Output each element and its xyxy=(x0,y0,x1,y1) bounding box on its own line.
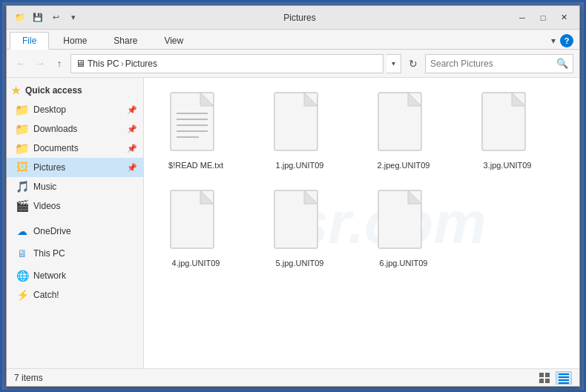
folder-desktop-icon: 📁 xyxy=(16,103,29,116)
undo-icon: ↩ xyxy=(48,10,63,25)
ribbon-tabs: File Home Share View ▾ ? xyxy=(7,30,579,49)
svg-rect-24 xyxy=(559,376,569,378)
window-title: Pictures xyxy=(87,13,513,23)
file-icon-4jpg xyxy=(169,189,223,254)
sidebar-item-thispc[interactable]: 🖥 This PC xyxy=(7,244,143,263)
refresh-button[interactable]: ↻ xyxy=(404,54,422,73)
file-item-6jpg[interactable]: 6.jpg.UNIT09 xyxy=(359,183,448,273)
file-area: isr.com $!R xyxy=(144,78,579,368)
folder-downloads-icon: 📁 xyxy=(16,122,29,136)
file-item-3jpg[interactable]: 3.jpg.UNIT09 xyxy=(463,85,552,176)
details-view-button[interactable] xyxy=(556,371,572,385)
file-name-6jpg: 6.jpg.UNIT09 xyxy=(380,259,428,268)
sidebar-item-network[interactable]: 🌐 Network xyxy=(7,266,143,285)
file-item-4jpg[interactable]: 4.jpg.UNIT09 xyxy=(151,183,240,273)
status-bar: 7 items xyxy=(7,368,579,386)
search-box[interactable]: 🔍 xyxy=(425,54,573,73)
large-icon-view-button[interactable] xyxy=(536,371,553,385)
sidebar-item-videos[interactable]: 🎬 Videos xyxy=(7,196,143,216)
file-icon-1jpg xyxy=(273,91,326,156)
svg-rect-23 xyxy=(559,373,569,375)
sidebar-section-quick-access: ★ Quick access xyxy=(7,81,143,100)
up-button[interactable]: ↑ xyxy=(51,56,68,72)
folder-icon: 📁 xyxy=(13,10,27,25)
ribbon: File Home Share View ▾ ? xyxy=(7,30,579,50)
file-icon-6jpg xyxy=(377,189,430,254)
path-segment-pictures[interactable]: Pictures xyxy=(125,59,157,69)
file-item-1jpg[interactable]: 1.jpg.UNIT09 xyxy=(255,85,344,176)
sidebar: ★ Quick access 📁 Desktop 📌 📁 Downloads 📌 xyxy=(7,78,144,368)
tab-view[interactable]: View xyxy=(151,32,196,49)
tab-file[interactable]: File xyxy=(10,32,49,50)
item-count: 7 items xyxy=(14,373,43,383)
folder-videos-icon: 🎬 xyxy=(16,199,29,213)
path-sep: › xyxy=(121,59,124,69)
file-icon-3jpg xyxy=(481,91,534,156)
sidebar-item-desktop[interactable]: 📁 Desktop 📌 xyxy=(7,100,143,119)
search-input[interactable] xyxy=(430,59,553,69)
back-button[interactable]: ← xyxy=(13,56,29,72)
maximize-button[interactable]: □ xyxy=(533,10,553,25)
file-icon-2jpeg xyxy=(377,91,430,156)
view-controls xyxy=(536,371,572,385)
svg-rect-20 xyxy=(545,373,550,377)
file-name-5jpg: 5.jpg.UNIT09 xyxy=(276,259,324,268)
file-item-5jpg[interactable]: 5.jpg.UNIT09 xyxy=(255,183,344,273)
address-bar: ← → ↑ 🖥 This PC › Pictures ▾ ↻ 🔍 xyxy=(7,50,579,78)
sidebar-item-downloads[interactable]: 📁 Downloads 📌 xyxy=(7,119,143,139)
main-content: ★ Quick access 📁 Desktop 📌 📁 Downloads 📌 xyxy=(7,78,579,368)
pin-icon-downloads: 📌 xyxy=(127,124,137,134)
file-name-4jpg: 4.jpg.UNIT09 xyxy=(172,259,220,268)
file-grid: $!READ ME.txt 1.jpg.UNIT09 xyxy=(151,85,572,273)
file-name-1jpg: 1.jpg.UNIT09 xyxy=(276,161,324,170)
network-icon: 🌐 xyxy=(16,269,29,282)
star-icon: ★ xyxy=(11,84,21,96)
search-icon: 🔍 xyxy=(556,58,568,69)
close-button[interactable]: ✕ xyxy=(554,10,573,25)
sidebar-item-catch[interactable]: ⚡ Catch! xyxy=(7,285,143,305)
path-segment-thispc[interactable]: 🖥 This PC xyxy=(76,58,119,69)
svg-rect-25 xyxy=(559,379,569,381)
folder-documents-icon: 📁 xyxy=(16,142,29,155)
pin-icon-pictures: 📌 xyxy=(127,163,137,173)
address-path[interactable]: 🖥 This PC › Pictures xyxy=(70,54,383,73)
sidebar-item-pictures[interactable]: 🖼 Pictures 📌 xyxy=(7,158,143,177)
file-icon-5jpg xyxy=(273,189,326,254)
dropdown-icon[interactable]: ▾ xyxy=(66,10,81,25)
file-name-3jpg: 3.jpg.UNIT09 xyxy=(484,161,532,170)
help-button[interactable]: ? xyxy=(560,34,573,47)
file-item-readme[interactable]: $!READ ME.txt xyxy=(151,85,240,176)
file-name-2jpeg: 2.jpeg.UNIT09 xyxy=(378,161,430,170)
pin-icon-documents: 📌 xyxy=(127,144,137,153)
sidebar-item-music[interactable]: 🎵 Music xyxy=(7,177,143,196)
svg-rect-26 xyxy=(559,382,569,384)
tab-share[interactable]: Share xyxy=(101,32,150,49)
tab-home[interactable]: Home xyxy=(50,32,99,49)
save-icon: 💾 xyxy=(30,10,45,25)
sidebar-item-onedrive[interactable]: ☁ OneDrive xyxy=(7,222,143,241)
file-icon-readme xyxy=(169,91,223,156)
sidebar-item-documents[interactable]: 📁 Documents 📌 xyxy=(7,139,143,158)
catch-icon: ⚡ xyxy=(16,288,29,302)
file-explorer-window: 📁 💾 ↩ ▾ Pictures ─ □ ✕ File Home Share V… xyxy=(6,5,580,387)
file-name-readme: $!READ ME.txt xyxy=(168,161,223,170)
minimize-button[interactable]: ─ xyxy=(513,10,532,25)
svg-rect-19 xyxy=(539,373,544,377)
svg-rect-22 xyxy=(545,379,550,383)
forward-button[interactable]: → xyxy=(32,56,48,72)
folder-music-icon: 🎵 xyxy=(16,180,29,193)
pin-icon: 📌 xyxy=(127,105,137,115)
thispc-icon: 🖥 xyxy=(16,247,29,260)
file-item-2jpeg[interactable]: 2.jpeg.UNIT09 xyxy=(359,85,448,176)
title-bar-toolbar: 📁 💾 ↩ ▾ xyxy=(13,10,81,25)
folder-pictures-icon: 🖼 xyxy=(16,161,29,174)
svg-rect-21 xyxy=(539,379,544,383)
ribbon-expand-icon[interactable]: ▾ xyxy=(551,36,556,46)
onedrive-icon: ☁ xyxy=(16,225,29,238)
title-bar: 📁 💾 ↩ ▾ Pictures ─ □ ✕ xyxy=(7,6,579,30)
path-dropdown[interactable]: ▾ xyxy=(386,54,401,73)
window-controls: ─ □ ✕ xyxy=(513,10,573,25)
